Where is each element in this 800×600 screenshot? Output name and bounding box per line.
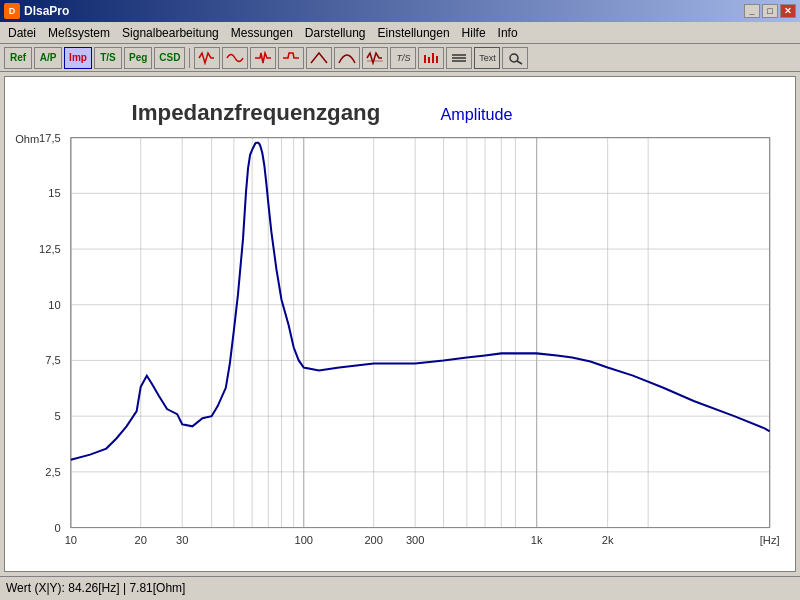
toolbar-csd[interactable]: CSD [154, 47, 185, 69]
toolbar-wave2-btn[interactable] [222, 47, 248, 69]
toolbar-peg[interactable]: Peg [124, 47, 152, 69]
toolbar-imp[interactable]: Imp [64, 47, 92, 69]
close-button[interactable]: ✕ [780, 4, 796, 18]
menu-messungen[interactable]: Messungen [225, 24, 299, 42]
chart-title: Impedanzfrequenzgang [132, 100, 381, 125]
y-tick-17.5: 17,5 [39, 132, 61, 144]
y-tick-2.5: 2,5 [45, 466, 60, 478]
toolbar-text-btn[interactable]: Text [474, 47, 500, 69]
x-tick-2k: 2k [602, 534, 614, 546]
menu-messsystem[interactable]: Meßsystem [42, 24, 116, 42]
x-tick-20: 20 [135, 534, 147, 546]
toolbar-ap[interactable]: A/P [34, 47, 62, 69]
y-axis-label: Ohm [15, 133, 39, 145]
x-tick-200: 200 [364, 534, 383, 546]
status-bar: Wert (X|Y): 84.26[Hz] | 7.81[Ohm] [0, 576, 800, 598]
toolbar-zoom-btn[interactable] [502, 47, 528, 69]
separator-1 [189, 48, 190, 68]
menu-signalbearbeitung[interactable]: Signalbearbeitung [116, 24, 225, 42]
toolbar-eq-btn[interactable] [446, 47, 472, 69]
svg-rect-1 [424, 55, 426, 63]
main-content: Impedanzfrequenzgang Amplitude Ohm [0, 72, 800, 576]
svg-rect-4 [436, 56, 438, 63]
x-tick-100: 100 [295, 534, 314, 546]
y-tick-10: 10 [48, 299, 60, 311]
y-tick-15: 15 [48, 187, 60, 199]
toolbar-ref[interactable]: Ref [4, 47, 32, 69]
toolbar-wave4-btn[interactable] [278, 47, 304, 69]
x-tick-300: 300 [406, 534, 425, 546]
toolbar-ts-btn[interactable]: T/S [390, 47, 416, 69]
toolbar-double-btn[interactable] [362, 47, 388, 69]
svg-rect-10 [71, 138, 770, 528]
x-tick-1k: 1k [531, 534, 543, 546]
menu-hilfe[interactable]: Hilfe [456, 24, 492, 42]
toolbar-bell-btn[interactable] [334, 47, 360, 69]
menu-datei[interactable]: Datei [2, 24, 42, 42]
menu-info[interactable]: Info [492, 24, 524, 42]
app-icon: D [4, 3, 20, 19]
x-tick-end: [Hz] [760, 534, 780, 546]
minimize-button[interactable]: _ [744, 4, 760, 18]
x-tick-30: 30 [176, 534, 188, 546]
status-text: Wert (X|Y): 84.26[Hz] | 7.81[Ohm] [6, 581, 185, 595]
title-bar: D DlsaPro _ □ ✕ [0, 0, 800, 22]
toolbar-ts[interactable]: T/S [94, 47, 122, 69]
chart-svg: Impedanzfrequenzgang Amplitude Ohm [5, 77, 795, 571]
svg-rect-2 [428, 57, 430, 63]
toolbar-wave3-btn[interactable] [250, 47, 276, 69]
x-tick-10: 10 [65, 534, 77, 546]
y-tick-5: 5 [55, 410, 61, 422]
svg-point-8 [510, 54, 518, 62]
menu-bar: Datei Meßsystem Signalbearbeitung Messun… [0, 22, 800, 44]
svg-line-9 [517, 61, 522, 64]
title-bar-left: D DlsaPro [4, 3, 69, 19]
maximize-button[interactable]: □ [762, 4, 778, 18]
toolbar-bar-btn[interactable] [418, 47, 444, 69]
y-tick-7.5: 7,5 [45, 355, 60, 367]
svg-rect-3 [432, 53, 434, 63]
y-tick-12.5: 12,5 [39, 243, 61, 255]
y-tick-0: 0 [55, 522, 61, 534]
window-title: DlsaPro [24, 4, 69, 18]
chart-subtitle: Amplitude [441, 105, 513, 123]
chart-area: Impedanzfrequenzgang Amplitude Ohm [4, 76, 796, 572]
menu-darstellung[interactable]: Darstellung [299, 24, 372, 42]
toolbar-tri-btn[interactable] [306, 47, 332, 69]
title-bar-controls[interactable]: _ □ ✕ [744, 4, 796, 18]
toolbar-wave1-btn[interactable] [194, 47, 220, 69]
toolbar: Ref A/P Imp T/S Peg CSD T/S Text [0, 44, 800, 72]
menu-einstellungen[interactable]: Einstellungen [372, 24, 456, 42]
